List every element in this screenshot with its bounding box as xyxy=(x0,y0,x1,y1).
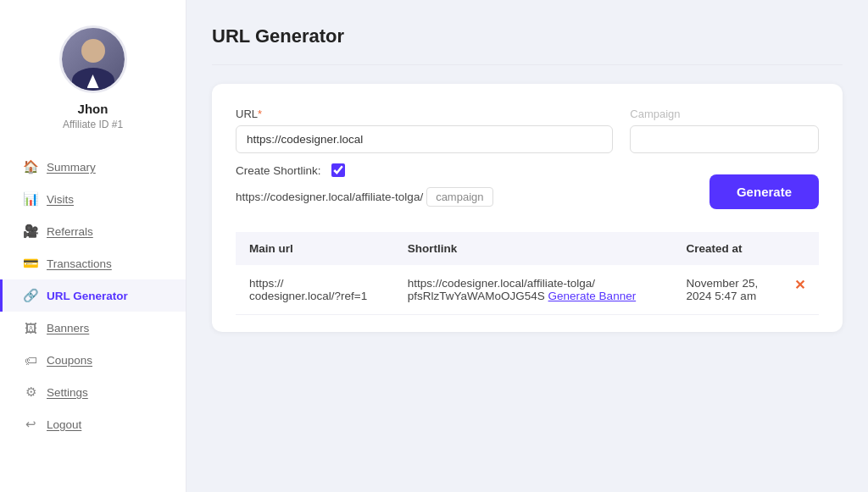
coupons-icon: 🏷 xyxy=(23,352,38,368)
generate-banner-link[interactable]: Generate Banner xyxy=(548,290,637,302)
cell-delete: ✕ xyxy=(781,265,819,315)
user-name: Jhon xyxy=(78,102,108,116)
sidebar-item-label: Transactions xyxy=(47,257,112,270)
generate-button[interactable]: Generate xyxy=(709,174,819,209)
nav-menu: 🏠 Summary 📊 Visits 🎥 Referrals 💳 Transac… xyxy=(0,151,186,440)
col-actions xyxy=(781,232,819,265)
banners-icon: 🖼 xyxy=(23,320,38,335)
sidebar-item-label: URL Generator xyxy=(47,290,128,302)
required-star: * xyxy=(258,108,262,120)
results-table: Main url Shortlink Created at https://co… xyxy=(236,232,819,315)
referrals-icon: 🎥 xyxy=(23,224,38,239)
home-icon: 🏠 xyxy=(23,159,38,174)
url-base-preview: https://codesigner.local/affiliate-tolga… xyxy=(236,191,423,203)
user-affiliate-id: Affiliate ID #1 xyxy=(63,119,123,130)
url-input[interactable] xyxy=(236,125,613,153)
sidebar-item-settings[interactable]: ⚙ Settings xyxy=(0,376,186,408)
shortlink-row: Create Shortlink: xyxy=(236,163,709,177)
sidebar-item-label: Logout xyxy=(47,418,81,431)
avatar-image xyxy=(62,25,125,93)
settings-icon: ⚙ xyxy=(23,384,38,400)
sidebar-item-transactions[interactable]: 💳 Transactions xyxy=(0,247,186,279)
visits-icon: 📊 xyxy=(23,191,38,207)
col-main-url: Main url xyxy=(236,232,394,265)
main-content: URL Generator URL* Campaign Create Short… xyxy=(186,0,868,492)
url-generator-card: URL* Campaign Create Shortlink: https://… xyxy=(212,84,843,332)
url-label: URL xyxy=(236,108,258,120)
cell-main-url: https://codesigner.local/?ref=1 xyxy=(236,265,394,315)
sidebar-item-visits[interactable]: 📊 Visits xyxy=(0,183,186,215)
sidebar-item-referrals[interactable]: 🎥 Referrals xyxy=(0,215,186,247)
sidebar-item-label: Visits xyxy=(47,193,74,206)
col-shortlink: Shortlink xyxy=(394,232,673,265)
sidebar-item-banners[interactable]: 🖼 Banners xyxy=(0,312,186,344)
results-table-wrap: Main url Shortlink Created at https://co… xyxy=(236,232,819,315)
sidebar-item-coupons[interactable]: 🏷 Coupons xyxy=(0,344,186,376)
avatar xyxy=(59,25,127,93)
sidebar-item-label: Settings xyxy=(47,386,88,399)
sidebar-item-label: Banners xyxy=(47,322,89,334)
sidebar-item-label: Summary xyxy=(47,161,96,174)
table-header-row: Main url Shortlink Created at xyxy=(236,232,819,265)
sidebar: Jhon Affiliate ID #1 🏠 Summary 📊 Visits … xyxy=(0,0,186,492)
campaign-input[interactable] xyxy=(630,125,819,153)
sidebar-item-logout[interactable]: ↩ Logout xyxy=(0,408,186,440)
sidebar-item-url-generator[interactable]: 🔗 URL Generator xyxy=(0,279,186,312)
delete-button[interactable]: ✕ xyxy=(794,277,805,293)
cell-shortlink: https://codesigner.local/affiliate-tolga… xyxy=(394,265,673,315)
shortlink-checkbox[interactable] xyxy=(331,163,345,177)
url-preview-row: https://codesigner.local/affiliate-tolga… xyxy=(236,187,709,207)
sidebar-item-label: Referrals xyxy=(47,225,93,238)
transactions-icon: 💳 xyxy=(23,256,38,271)
url-generator-icon: 🔗 xyxy=(23,288,38,303)
url-campaign-preview: campaign xyxy=(426,187,492,207)
campaign-label: Campaign xyxy=(630,108,819,120)
col-created-at: Created at xyxy=(673,232,781,265)
sidebar-item-summary[interactable]: 🏠 Summary xyxy=(0,151,186,183)
title-divider xyxy=(212,64,843,65)
logout-icon: ↩ xyxy=(23,417,38,432)
shortlink-label: Create Shortlink: xyxy=(236,164,321,177)
page-title: URL Generator xyxy=(212,25,843,47)
cell-created-at: November 25,2024 5:47 am xyxy=(673,265,781,315)
table-row: https://codesigner.local/?ref=1 https://… xyxy=(236,265,819,315)
sidebar-item-label: Coupons xyxy=(47,354,92,367)
